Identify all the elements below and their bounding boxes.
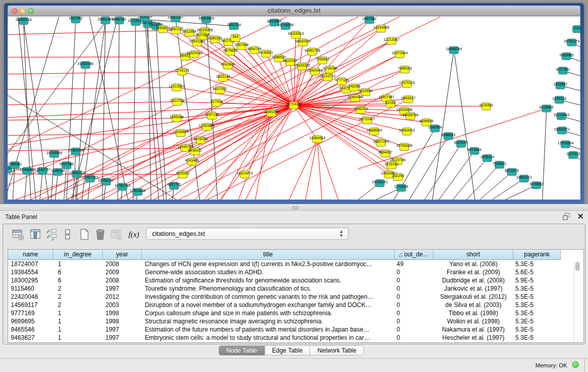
- column-header-out_de[interactable]: △out_de…: [395, 250, 433, 260]
- graph-node[interactable]: 417004: [210, 99, 222, 106]
- graph-node[interactable]: 18300295: [263, 110, 279, 117]
- graph-node[interactable]: 16961758: [304, 48, 320, 55]
- graph-node[interactable]: 1111: [573, 26, 580, 33]
- graph-node[interactable]: 9884067: [378, 150, 392, 157]
- graph-node[interactable]: 9097588: [59, 162, 73, 169]
- select-columns-icon[interactable]: ✓✓✓: [46, 228, 59, 242]
- graph-node[interactable]: 1615152: [384, 162, 398, 169]
- table-row[interactable]: 1830029562008Estimation of significance …: [8, 277, 574, 285]
- graph-node[interactable]: 16210722: [319, 74, 335, 81]
- graph-node[interactable]: 12353584: [199, 123, 214, 130]
- graph-node[interactable]: 7986372: [354, 106, 367, 114]
- graph-node[interactable]: 19166825: [172, 129, 188, 137]
- graph-node[interactable]: 1244413: [552, 96, 566, 103]
- graph-node[interactable]: 7625402: [176, 171, 189, 178]
- window-zoom-icon[interactable]: [28, 8, 34, 14]
- graph-node[interactable]: 19495766: [402, 113, 418, 120]
- network-canvas[interactable]: 2405572415279022069140684661601071915514…: [8, 16, 580, 200]
- new-table-icon[interactable]: [78, 228, 92, 242]
- graph-node[interactable]: 10958107: [98, 178, 114, 185]
- graph-node[interactable]: 2803144: [216, 74, 230, 81]
- graph-node[interactable]: 546: [231, 34, 240, 41]
- network-window-titlebar[interactable]: citations_edges.txt: [8, 6, 580, 16]
- graph-node[interactable]: 1167533: [567, 151, 580, 159]
- graph-node[interactable]: 19654923: [399, 128, 415, 135]
- table-row[interactable]: 1872400712008Changes of HCN gene express…: [8, 260, 574, 269]
- graph-node[interactable]: 1145194: [51, 168, 65, 176]
- tab-node-table[interactable]: Node Table: [219, 346, 265, 355]
- graph-node[interactable]: 16648784: [446, 47, 462, 54]
- table-row[interactable]: 946362711997Embryonic stem cells: a mode…: [8, 334, 574, 342]
- graph-node[interactable]: 6479197: [454, 140, 468, 147]
- table-row[interactable]: 911546021997Tourette syndrome. Phenomeno…: [8, 285, 574, 293]
- graph-node[interactable]: 17016504: [557, 141, 573, 148]
- graph-node[interactable]: 8427552: [213, 86, 227, 94]
- row-height-icon[interactable]: [62, 228, 75, 242]
- graph-node[interactable]: 1527902: [69, 16, 82, 23]
- graph-node[interactable]: 21053346: [77, 61, 93, 69]
- graph-node[interactable]: 1203587: [553, 82, 567, 89]
- float-window-icon[interactable]: [563, 213, 571, 221]
- table-row[interactable]: 969969511998Structural magnetic resonanc…: [8, 318, 574, 326]
- graph-node[interactable]: 16154808: [373, 25, 389, 32]
- graph-node[interactable]: 9227341: [556, 67, 570, 74]
- graph-node[interactable]: 4093489: [185, 158, 199, 165]
- graph-node[interactable]: 2718176: [175, 68, 189, 75]
- graph-node[interactable]: 5912954: [182, 29, 196, 36]
- graph-node[interactable]: 9860125: [169, 27, 183, 34]
- table-row[interactable]: 1456911722003Disruption of a novel membe…: [8, 301, 574, 310]
- graph-node[interactable]: 15751074: [563, 39, 579, 46]
- tab-edge-table[interactable]: Edge Table: [265, 346, 311, 355]
- graph-node[interactable]: 8215955: [539, 105, 553, 112]
- graph-node[interactable]: 13142757: [34, 167, 50, 174]
- graph-node[interactable]: 7857224: [227, 23, 241, 30]
- table-row[interactable]: 946554611997Estimation of the future num…: [8, 326, 574, 334]
- graph-node[interactable]: 16543382: [189, 39, 205, 46]
- function-builder-icon[interactable]: f(x): [128, 230, 142, 244]
- split-divider[interactable]: [0, 204, 588, 211]
- window-minimize-icon[interactable]: [20, 8, 26, 14]
- import-table-icon[interactable]: x: [110, 228, 123, 242]
- graph-node[interactable]: 19218596: [277, 23, 293, 30]
- graph-node[interactable]: 9146821: [259, 50, 273, 57]
- tab-network-table[interactable]: Network Table: [310, 346, 363, 355]
- graph-node[interactable]: 12923448: [129, 188, 145, 195]
- divider-grip-icon[interactable]: [292, 206, 298, 209]
- column-header-year[interactable]: year: [103, 250, 142, 260]
- graph-node[interactable]: 10654112: [516, 175, 532, 182]
- graph-node[interactable]: 9115460: [480, 103, 493, 110]
- graph-node[interactable]: 14136141: [372, 180, 387, 187]
- table-scrollbar-thumb[interactable]: [575, 262, 580, 271]
- table-row[interactable]: 2242004622012Investigating the contribut…: [8, 293, 574, 301]
- window-close-icon[interactable]: [12, 8, 17, 14]
- column-header-pagerank[interactable]: pagerank: [513, 250, 561, 260]
- graph-node[interactable]: 9242848: [221, 62, 234, 69]
- graph-node[interactable]: 10688609: [366, 128, 382, 135]
- graph-node[interactable]: 9329965: [559, 53, 573, 60]
- graph-node[interactable]: 16782753: [114, 183, 130, 190]
- graph-node[interactable]: 20206506: [46, 150, 62, 158]
- graph-node[interactable]: 18807249: [373, 139, 388, 146]
- graph-node[interactable]: 9474444: [467, 147, 481, 155]
- graph-node[interactable]: 16033809: [198, 16, 214, 23]
- graph-node[interactable]: 15692971: [554, 127, 570, 134]
- table-select-dropdown[interactable]: citations_edges.txt ▲▼: [146, 228, 349, 240]
- graph-node[interactable]: 20364456: [347, 95, 363, 102]
- column-header-short[interactable]: short: [433, 250, 513, 260]
- graph-node[interactable]: 24055724: [15, 17, 31, 25]
- table-columns-icon[interactable]: [29, 228, 42, 242]
- close-panel-icon[interactable]: ✕: [577, 212, 584, 221]
- graph-node[interactable]: 252254: [392, 173, 404, 181]
- graph-node[interactable]: 62160: [385, 100, 396, 107]
- network-graph[interactable]: 2405572415279022069140684661601071915514…: [8, 16, 580, 200]
- table-row[interactable]: 1938455462009Genome-wide association stu…: [8, 269, 574, 277]
- graph-node[interactable]: 1810755: [170, 98, 184, 105]
- table-row[interactable]: 977716911998Corpus callosum shape and si…: [8, 310, 574, 318]
- graph-node[interactable]: 7663822: [156, 26, 169, 33]
- graph-node[interactable]: 17359928: [68, 148, 83, 155]
- graph-node[interactable]: 16210643: [553, 113, 569, 120]
- column-header-in_degree[interactable]: in_degree: [53, 250, 103, 260]
- graph-node[interactable]: 8186328: [208, 36, 222, 43]
- graph-node[interactable]: 7955812: [315, 57, 329, 64]
- table-scrollbar[interactable]: [574, 261, 580, 342]
